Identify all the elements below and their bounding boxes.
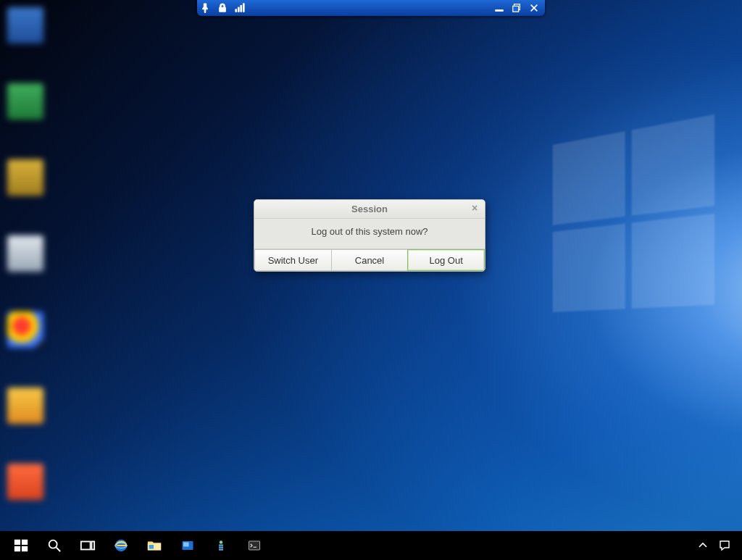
taskbar [0, 531, 742, 560]
svg-rect-2 [241, 6, 242, 12]
dialog-message: Log out of this system now? [254, 219, 485, 248]
app-icon-server[interactable] [204, 531, 238, 560]
desktop-icon[interactable] [7, 464, 43, 500]
action-center-icon[interactable] [717, 538, 732, 553]
svg-rect-10 [22, 546, 28, 551]
desktop-icon[interactable] [7, 235, 43, 272]
svg-line-12 [57, 548, 61, 552]
svg-rect-18 [149, 545, 154, 549]
remote-session-toolbar [197, 0, 545, 16]
terminal-icon[interactable] [238, 531, 271, 560]
internet-explorer-icon[interactable] [104, 531, 138, 560]
desktop-icon[interactable] [7, 388, 43, 424]
file-explorer-icon[interactable] [138, 531, 171, 560]
desktop-icon[interactable] [7, 83, 43, 120]
svg-rect-8 [22, 540, 28, 545]
start-button[interactable] [4, 531, 38, 560]
desktop-icons-column [7, 7, 43, 500]
svg-rect-23 [219, 547, 223, 548]
signal-icon [233, 1, 246, 14]
svg-rect-4 [496, 10, 504, 12]
svg-rect-1 [238, 7, 239, 12]
dialog-close-icon[interactable]: × [469, 203, 480, 214]
svg-rect-24 [219, 549, 223, 551]
svg-rect-6 [513, 6, 519, 12]
dialog-button-row: Switch User Cancel Log Out [254, 248, 485, 271]
svg-rect-7 [14, 540, 20, 545]
logout-button[interactable]: Log Out [407, 249, 485, 271]
svg-point-11 [49, 540, 57, 548]
lock-icon [216, 1, 229, 14]
svg-rect-20 [183, 543, 189, 547]
svg-point-21 [220, 540, 223, 544]
dialog-titlebar: Session × [254, 200, 485, 219]
svg-rect-25 [249, 541, 260, 550]
svg-rect-9 [14, 546, 20, 551]
switch-user-button[interactable]: Switch User [254, 249, 331, 271]
svg-rect-13 [81, 542, 91, 550]
svg-rect-0 [235, 9, 237, 12]
svg-rect-3 [243, 4, 244, 12]
svg-rect-22 [219, 545, 223, 546]
desktop-icon[interactable] [7, 312, 43, 348]
search-button[interactable] [38, 531, 71, 560]
tray-chevron-up-icon[interactable] [696, 538, 710, 553]
app-icon-blue[interactable] [171, 531, 204, 560]
desktop-icon[interactable] [7, 7, 43, 43]
desktop-icon[interactable] [7, 159, 43, 196]
restore-icon[interactable] [510, 1, 523, 14]
svg-rect-14 [92, 542, 95, 550]
minimize-icon[interactable] [493, 1, 506, 14]
session-dialog: Session × Log out of this system now? Sw… [254, 199, 488, 282]
close-icon[interactable] [528, 1, 541, 14]
cancel-button[interactable]: Cancel [331, 249, 408, 271]
pin-icon[interactable] [199, 1, 212, 14]
task-view-button[interactable] [71, 531, 104, 560]
windows-logo-graphic [553, 114, 718, 314]
dialog-title-text: Session [351, 204, 388, 214]
